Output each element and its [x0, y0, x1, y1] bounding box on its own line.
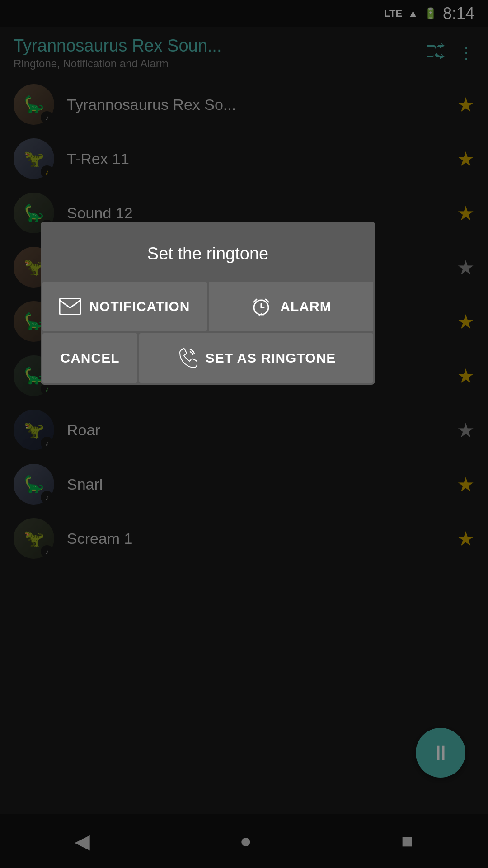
notification-icon: [59, 298, 81, 315]
svg-rect-0: [60, 298, 80, 315]
set-as-ringtone-label: SET AS RINGTONE: [206, 350, 336, 366]
alarm-label: ALARM: [280, 299, 331, 314]
alarm-icon: [250, 296, 272, 317]
ringtone-icon: [177, 348, 197, 368]
dialog-row-1: NOTIFICATION ALARM: [41, 282, 375, 331]
dialog-row-2: CANCEL SET AS RINGTONE: [41, 331, 375, 385]
notification-button[interactable]: NOTIFICATION: [42, 282, 207, 331]
dialog-title: Set the ringtone: [41, 222, 375, 282]
dialog-overlay[interactable]: [0, 0, 488, 868]
alarm-button[interactable]: ALARM: [209, 282, 373, 331]
cancel-button[interactable]: CANCEL: [42, 333, 137, 383]
notification-label: NOTIFICATION: [89, 299, 190, 314]
set-as-ringtone-button[interactable]: SET AS RINGTONE: [139, 333, 373, 383]
cancel-label: CANCEL: [61, 350, 120, 366]
set-ringtone-dialog: Set the ringtone NOTIFICATION ALARM: [41, 222, 375, 385]
